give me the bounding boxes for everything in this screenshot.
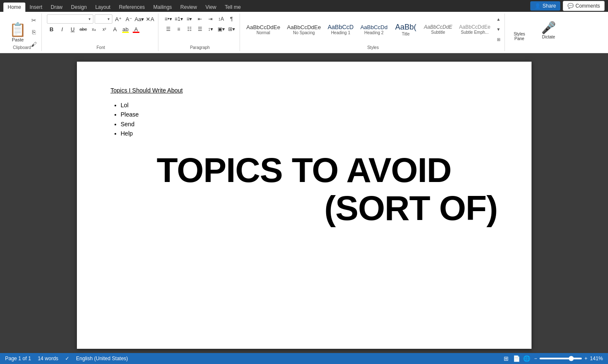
list-item-3: Help (121, 129, 498, 138)
style-subtitle[interactable]: AaBbCcDdE Subtitle (421, 14, 455, 44)
list-item-0: Lol (121, 101, 498, 110)
ribbon-tabs: Home Insert Draw Design Layout Reference… (0, 0, 608, 12)
paste-icon: 📋 (9, 23, 26, 36)
big-heading: TOPICS TO AVOID (SORT OF) (111, 151, 498, 227)
tab-home[interactable]: Home (3, 3, 25, 12)
paragraph-group: ≡•▾ ≡1▾ ≡▾ ⇤ ⇥ ↕A ¶ ☰ ≡ ☷ ☰ ↕▾ ▣▾ ⊞▾ Par… (160, 14, 240, 51)
tab-references[interactable]: References (115, 3, 149, 12)
zoom-bar: − + 141% (534, 356, 603, 361)
font-group: Calibri (Bo... ▼ 12 ▼ A⁺ A⁻ Aa▾ ✕A B I U… (44, 14, 158, 51)
zoom-out-button[interactable]: − (534, 356, 537, 361)
clipboard-group-label: Clipboard (3, 45, 41, 50)
strikethrough-button[interactable]: abc (79, 24, 88, 34)
superscript-button[interactable]: x² (100, 24, 109, 34)
styles-pane-icon: 🗒 (514, 19, 525, 32)
text-effects-button[interactable]: A (110, 24, 120, 34)
multilevel-list-button[interactable]: ≡▾ (185, 14, 194, 24)
styles-group-label: Styles (242, 45, 504, 50)
view-icons: ⊞ 📄 🌐 (502, 354, 531, 363)
tab-review[interactable]: Review (176, 3, 201, 12)
tab-draw[interactable]: Draw (46, 3, 67, 12)
numbering-button[interactable]: ≡1▾ (174, 14, 183, 24)
document-area: Topics I Should Write About Lol Please S… (0, 53, 608, 353)
document-page[interactable]: Topics I Should Write About Lol Please S… (77, 62, 532, 349)
styles-expand-arrow[interactable]: ⊞ (495, 35, 502, 44)
align-right-button[interactable]: ☷ (185, 24, 194, 34)
tab-tell-me[interactable]: Tell me (221, 3, 245, 12)
tab-insert[interactable]: Insert (25, 3, 46, 12)
zoom-slider[interactable] (540, 358, 582, 359)
align-center-button[interactable]: ≡ (174, 24, 183, 34)
focus-button[interactable]: ⊞ (502, 354, 510, 363)
italic-button[interactable]: I (57, 24, 67, 34)
dictate-icon: 🎤 (541, 21, 556, 35)
proofing-icon[interactable]: ✓ (65, 356, 69, 361)
style-heading2[interactable]: AaBbCcDd Heading 2 (357, 14, 390, 44)
style-normal[interactable]: AaBbCcDdEe Normal (243, 14, 283, 44)
status-left: Page 1 of 1 14 words ✓ English (United S… (5, 356, 128, 361)
text-highlight-button[interactable]: ab (121, 24, 130, 34)
styles-scroll-arrows: ▲ ▼ ⊞ (494, 14, 503, 44)
clipboard-group: 📋 Paste ✂ ⎘ 🖌 Clipboard (3, 14, 42, 51)
print-layout-button[interactable]: 📄 (512, 354, 521, 363)
topics-list: Lol Please Send Help (121, 101, 498, 139)
align-left-button[interactable]: ☰ (164, 24, 173, 34)
line-spacing-button[interactable]: ↕▾ (206, 24, 215, 34)
sort-button[interactable]: ↕A (216, 14, 226, 24)
paragraph-group-label: Paragraph (160, 45, 240, 50)
underline-button[interactable]: U (68, 24, 77, 34)
show-formatting-button[interactable]: ¶ (227, 14, 236, 24)
change-case-button[interactable]: Aa▾ (135, 14, 144, 24)
style-title[interactable]: AaBb( Title (391, 14, 420, 44)
font-group-label: Font (44, 45, 158, 50)
font-size-arrow-icon: ▼ (107, 17, 110, 21)
list-item-2: Send (121, 120, 498, 129)
comments-button[interactable]: 💬 Comments (563, 1, 605, 11)
bullets-button[interactable]: ≡•▾ (164, 14, 173, 24)
zoom-in-button[interactable]: + (584, 356, 587, 361)
zoom-level: 141% (590, 356, 603, 361)
styles-pane-group: 🗒 Styles Pane (507, 14, 532, 51)
font-name-arrow-icon: ▼ (88, 17, 91, 21)
clear-formatting-button[interactable]: ✕A (145, 14, 155, 24)
tab-layout[interactable]: Layout (91, 3, 115, 12)
decrease-font-button[interactable]: A⁻ (124, 14, 134, 24)
tab-mailings[interactable]: Mailings (149, 3, 176, 12)
increase-font-button[interactable]: A⁺ (114, 14, 123, 24)
styles-up-arrow[interactable]: ▲ (495, 15, 502, 24)
status-bar: Page 1 of 1 14 words ✓ English (United S… (0, 353, 608, 364)
comment-icon: 💬 (567, 3, 574, 9)
shading-button[interactable]: ▣▾ (216, 24, 226, 34)
big-heading-line1: TOPICS TO AVOID (111, 151, 498, 189)
subscript-button[interactable]: x₂ (89, 24, 98, 34)
tab-design[interactable]: Design (67, 3, 91, 12)
styles-pane-button[interactable]: 🗒 Styles Pane (510, 16, 529, 43)
borders-button[interactable]: ⊞▾ (227, 24, 236, 34)
font-color-button[interactable]: A (131, 24, 141, 34)
cut-button[interactable]: ✂ (30, 16, 38, 24)
font-name-select[interactable]: Calibri (Bo... ▼ (47, 14, 93, 24)
web-layout-button[interactable]: 🌐 (522, 354, 531, 363)
big-heading-line2: (SORT OF) (111, 189, 498, 227)
bold-button[interactable]: B (47, 24, 56, 34)
font-size-select[interactable]: 12 ▼ (95, 14, 112, 24)
word-count: 14 words (38, 356, 58, 361)
styles-group: AaBbCcDdEe Normal AaBbCcDdEe No Spacing … (242, 14, 505, 51)
ribbon: 📋 Paste ✂ ⎘ 🖌 Clipboard Calibri (Bo... ▼… (0, 12, 608, 53)
zoom-slider-thumb (569, 356, 574, 361)
decrease-indent-button[interactable]: ⇤ (195, 14, 204, 24)
tab-view[interactable]: View (201, 3, 221, 12)
style-heading1[interactable]: AaBbCcD Heading 1 (324, 14, 356, 44)
language: English (United States) (76, 356, 128, 361)
copy-button[interactable]: ⎘ (30, 28, 38, 36)
dictate-button[interactable]: 🎤 Dictate (537, 19, 560, 41)
share-icon: 👤 (534, 3, 541, 9)
share-button[interactable]: 👤 Share (530, 1, 560, 11)
dictate-group: 🎤 Dictate (534, 14, 563, 51)
justify-button[interactable]: ☰ (195, 24, 204, 34)
increase-indent-button[interactable]: ⇥ (206, 14, 215, 24)
styles-down-arrow[interactable]: ▼ (495, 25, 502, 34)
style-subtle-emphasis[interactable]: AaBbCcDdEe Subtle Emph... (456, 14, 493, 44)
style-no-spacing[interactable]: AaBbCcDdEe No Spacing (284, 14, 324, 44)
status-right: ⊞ 📄 🌐 − + 141% (502, 354, 603, 363)
